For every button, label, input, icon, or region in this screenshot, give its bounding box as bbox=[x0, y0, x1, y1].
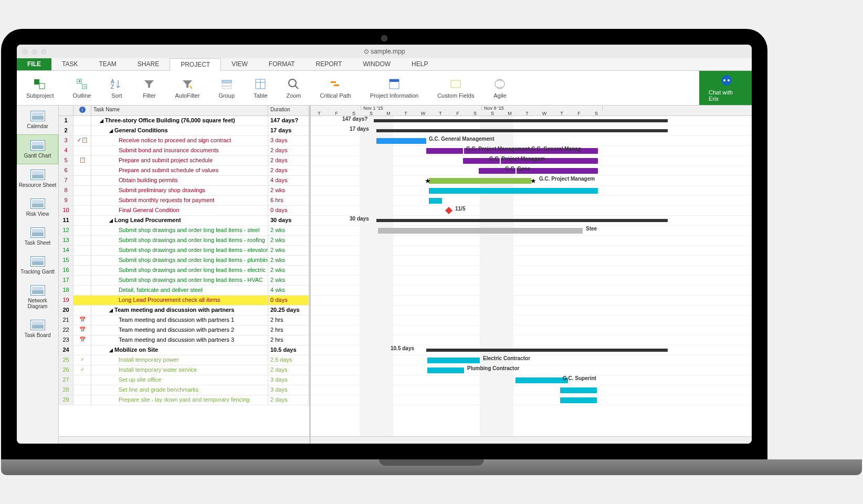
gantt-row[interactable]: 11/5 bbox=[311, 206, 752, 216]
task-row[interactable]: 17Submit shop drawings and order long le… bbox=[59, 276, 309, 286]
task-bar[interactable] bbox=[378, 228, 583, 234]
col-duration[interactable]: Duration bbox=[268, 106, 309, 116]
task-bar[interactable] bbox=[426, 148, 463, 154]
ribbon-critical-path[interactable]: Critical Path bbox=[311, 71, 361, 105]
sidebar-tracking-gantt[interactable]: Tracking Gantt bbox=[17, 251, 58, 280]
sidebar-network-diagram[interactable]: Network Diagram bbox=[17, 280, 58, 314]
gantt-row[interactable] bbox=[311, 296, 752, 306]
gantt-row[interactable] bbox=[311, 266, 752, 276]
task-bar[interactable] bbox=[515, 377, 568, 383]
gantt-row[interactable] bbox=[311, 385, 752, 395]
task-row[interactable]: 28Set line and grade benchmarks3 days bbox=[59, 385, 309, 395]
task-row[interactable]: 10Final General Condition0 days bbox=[59, 206, 309, 216]
sidebar-risk-view[interactable]: Risk View bbox=[17, 193, 58, 222]
task-row[interactable]: 18Detail, fabricate and deliver steel4 w… bbox=[59, 286, 309, 296]
tab-view[interactable]: VIEW bbox=[221, 58, 258, 70]
task-row[interactable]: 4Submit bond and insurance documents2 da… bbox=[59, 146, 309, 156]
tab-format[interactable]: FORMAT bbox=[258, 58, 306, 70]
task-row[interactable]: 12Submit shop drawings and order long le… bbox=[59, 226, 309, 236]
task-row[interactable]: 11◢ Long Lead Procurement30 days bbox=[59, 216, 309, 226]
grid-scrollbar[interactable] bbox=[59, 436, 309, 444]
task-row[interactable]: 21📅Team meeting and discussion with part… bbox=[59, 316, 309, 326]
task-row[interactable]: 22📅Team meeting and discussion with part… bbox=[59, 326, 309, 335]
task-row[interactable]: 19Long Lead Procurement check all items0… bbox=[59, 296, 309, 306]
window-controls[interactable] bbox=[22, 49, 47, 55]
gantt-row[interactable] bbox=[311, 196, 752, 206]
gantt-row[interactable]: G.C. Project Managem bbox=[311, 156, 752, 166]
ribbon-outline[interactable]: +−Outline bbox=[64, 71, 101, 105]
sidebar-task-sheet[interactable]: Task Sheet bbox=[17, 222, 58, 251]
gantt-row[interactable]: Plumbing Contractor bbox=[311, 365, 752, 375]
gantt-scrollbar[interactable] bbox=[311, 436, 752, 444]
gantt-row[interactable]: Electric Contractor bbox=[311, 355, 752, 365]
task-row[interactable]: 26✓Install temporary water service2 days bbox=[59, 365, 309, 375]
task-row[interactable]: 9Submit monthly requests for payment6 hr… bbox=[59, 196, 309, 206]
gantt-row[interactable] bbox=[311, 186, 752, 196]
task-bar[interactable] bbox=[429, 198, 442, 204]
gantt-row[interactable] bbox=[311, 256, 752, 266]
tab-window[interactable]: WINDOW bbox=[352, 58, 401, 70]
gantt-row[interactable] bbox=[311, 306, 752, 316]
task-row[interactable]: 7Obtain building permits4 days bbox=[59, 176, 309, 186]
sidebar-task-board[interactable]: Task Board bbox=[17, 314, 58, 343]
sidebar-calendar[interactable]: Calendar bbox=[17, 106, 58, 134]
tab-task[interactable]: TASK bbox=[51, 58, 88, 70]
gantt-row[interactable]: G.C. Gene bbox=[311, 166, 752, 176]
ribbon-table[interactable]: Table bbox=[244, 71, 277, 105]
gantt-row[interactable] bbox=[311, 236, 752, 246]
chat-button[interactable]: Chat with Erix bbox=[699, 71, 752, 105]
tab-share[interactable]: SHARE bbox=[127, 58, 170, 70]
task-row[interactable]: 5📋Prepare and submit project schedule2 d… bbox=[59, 156, 309, 166]
gantt-row[interactable] bbox=[311, 326, 752, 335]
task-bar[interactable] bbox=[429, 188, 598, 194]
gantt-row[interactable]: G.C. General Management bbox=[311, 136, 752, 146]
ribbon-zoom[interactable]: Zoom bbox=[277, 71, 310, 105]
task-row[interactable]: 15Submit shop drawings and order long le… bbox=[59, 256, 309, 266]
gantt-row[interactable] bbox=[311, 316, 752, 326]
ribbon-subproject[interactable]: Subproject bbox=[17, 71, 64, 105]
gantt-row[interactable]: G.C. Superint bbox=[311, 375, 752, 385]
tab-team[interactable]: TEAM bbox=[88, 58, 127, 70]
task-row[interactable]: 16Submit shop drawings and order long le… bbox=[59, 266, 309, 276]
task-row[interactable]: 20◢ Team meeting and discussion with par… bbox=[59, 306, 309, 316]
task-row[interactable]: 25✓Install temporary power2.5 days bbox=[59, 355, 309, 365]
task-row[interactable]: 8Submit preliminary shop drawings2 wks bbox=[59, 186, 309, 196]
task-bar[interactable] bbox=[429, 178, 531, 184]
ribbon-sort[interactable]: AZSort bbox=[100, 71, 133, 105]
task-row[interactable]: 27Set up site office3 days bbox=[59, 375, 309, 385]
sidebar-gantt-chart[interactable]: Gantt Chart bbox=[17, 134, 58, 164]
tab-help[interactable]: HELP bbox=[401, 58, 438, 70]
gantt-row[interactable]: 147 days? bbox=[311, 116, 752, 126]
tab-project[interactable]: PROJECT bbox=[170, 58, 221, 71]
ribbon-filter[interactable]: Filter bbox=[133, 71, 165, 105]
task-row[interactable]: 1◢ Three-story Office Building (76,000 s… bbox=[59, 116, 309, 126]
task-row[interactable]: 2◢ General Conditions17 days bbox=[59, 126, 309, 136]
task-bar[interactable] bbox=[560, 397, 597, 403]
task-row[interactable]: 14Submit shop drawings and order long le… bbox=[59, 246, 309, 256]
task-row[interactable]: 13Submit shop drawings and order long le… bbox=[59, 236, 309, 246]
task-row[interactable]: 24◢ Mobilize on Site10.5 days bbox=[59, 345, 309, 355]
task-bar[interactable] bbox=[427, 368, 464, 373]
gantt-row[interactable]: 17 days bbox=[311, 126, 752, 136]
gantt-row[interactable]: 10.5 days bbox=[311, 345, 752, 355]
gantt-row[interactable]: 30 days bbox=[311, 216, 752, 226]
task-row[interactable]: 3✓📋Receive notice to proceed and sign co… bbox=[59, 136, 309, 146]
ribbon-project-information[interactable]: Project Information bbox=[361, 71, 428, 105]
gantt-row[interactable] bbox=[311, 246, 752, 256]
gantt-row[interactable] bbox=[311, 276, 752, 286]
gantt-row[interactable] bbox=[311, 395, 752, 405]
gantt-row[interactable] bbox=[311, 335, 752, 345]
ribbon-custom-fields[interactable]: Custom Fields bbox=[428, 71, 483, 105]
gantt-row[interactable]: G.C. Project Management,G.C. General Man… bbox=[311, 146, 752, 156]
task-row[interactable]: 6Prepare and submit schedule of values2 … bbox=[59, 166, 309, 176]
gantt-row[interactable]: Stee bbox=[311, 226, 752, 236]
ribbon-agile[interactable]: Agile bbox=[483, 71, 516, 105]
gantt-row[interactable] bbox=[311, 286, 752, 296]
task-bar[interactable] bbox=[427, 358, 480, 363]
task-row[interactable]: 23📅Team meeting and discussion with part… bbox=[59, 335, 309, 345]
task-bar[interactable] bbox=[560, 387, 597, 393]
task-row[interactable]: 29Prepare site - lay down yard and tempo… bbox=[59, 395, 309, 405]
ribbon-group[interactable]: Group bbox=[209, 71, 245, 105]
tab-file[interactable]: FILE bbox=[17, 58, 51, 70]
gantt-row[interactable]: ★★G.C. Project Managem bbox=[311, 176, 752, 186]
